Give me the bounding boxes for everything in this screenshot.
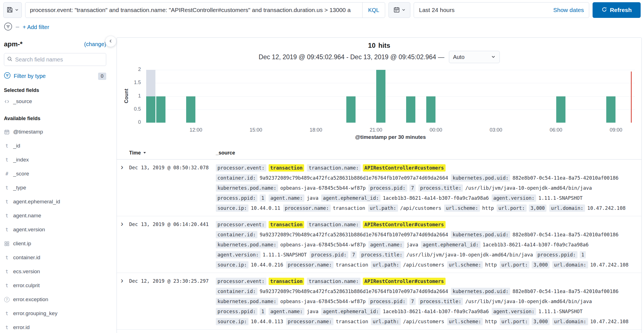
field-item-error.culprit[interactable]: terror.culprit xyxy=(4,279,106,292)
field-value: java xyxy=(307,309,318,314)
date-picker-button[interactable] xyxy=(389,2,410,18)
chevron-left-icon xyxy=(108,39,113,44)
collapse-sidebar-button[interactable] xyxy=(105,36,116,47)
expand-row-button[interactable]: › xyxy=(119,220,129,270)
filter-menu-icon[interactable] xyxy=(4,22,12,32)
histogram-bar[interactable] xyxy=(426,96,435,123)
field-pair: url.port:3,000 xyxy=(500,261,550,269)
string-icon: t xyxy=(4,199,10,204)
y-axis-tick-label: 0.5 xyxy=(124,106,141,112)
histogram-chart[interactable]: Count @timestamp per 30 minutes 00.511.5… xyxy=(117,64,641,146)
field-pair: agent.version:1.11.1-SNAPSHOT xyxy=(492,308,583,315)
table-body: ›Dec 13, 2019 @ 08:50:32.078processor.ev… xyxy=(117,160,641,330)
field-item-agent.version[interactable]: tagent.version xyxy=(4,223,106,237)
y-axis-tick-label: 2 xyxy=(124,66,141,72)
expand-row-button[interactable]: › xyxy=(119,163,129,213)
x-axis-tick-label: 12:00 xyxy=(185,127,207,133)
string-icon: t xyxy=(4,255,10,260)
field-item-_score[interactable]: #_score xyxy=(4,167,106,181)
field-pair: kubernetes.pod.name:opbeans-java-67845c5… xyxy=(216,241,366,249)
field-name: processor.event: xyxy=(216,221,266,228)
histogram-bar[interactable] xyxy=(146,96,155,123)
histogram-bar[interactable] xyxy=(376,70,385,123)
filter-bar: + Add filter xyxy=(4,22,49,32)
field-item-ecs.version[interactable]: tecs.version xyxy=(4,265,106,279)
query-text[interactable]: processor.event: "transaction" and trans… xyxy=(25,7,362,13)
field-name: processor.name: xyxy=(286,318,333,325)
column-header-time[interactable]: Time xyxy=(129,150,216,156)
chart-header: Dec 12, 2019 @ 09:45:02.964 - Dec 13, 20… xyxy=(117,51,641,63)
field-value: 10.44.0.113 xyxy=(251,319,283,324)
field-pair: process.ppid:1 xyxy=(216,194,266,202)
field-name: url.port: xyxy=(500,261,530,268)
field-pair: agent.name:java xyxy=(269,308,318,315)
filter-by-type-toggle[interactable]: Filter by type 0 xyxy=(4,72,106,80)
field-item-_id[interactable]: t_id xyxy=(4,139,106,153)
field-name: kubernetes.pod.name: xyxy=(216,184,278,192)
field-label: _id xyxy=(13,143,20,149)
field-item-agent.ephemeral_id[interactable]: tagent.ephemeral_id xyxy=(4,195,106,209)
field-item-_source[interactable]: _source xyxy=(4,94,106,108)
field-name: url.port: xyxy=(500,318,530,325)
field-name: process.pid: xyxy=(310,251,348,258)
field-pair: url.port:3,000 xyxy=(500,318,550,325)
field-value: transaction xyxy=(336,319,368,324)
gridline xyxy=(146,70,635,70)
field-name: agent.ephemeral_id: xyxy=(321,308,380,315)
x-axis-title: @timestamp per 30 minutes xyxy=(355,134,426,140)
field-value: opbeans-java-67845c5b44-wf87p xyxy=(280,185,366,191)
refresh-button[interactable]: Refresh xyxy=(593,2,641,18)
field-pair: kubernetes.pod.uid:882e8b07-0c54-11ea-8a… xyxy=(451,288,618,295)
field-name: kubernetes.pod.uid: xyxy=(451,174,510,182)
histogram-bar[interactable] xyxy=(406,96,415,123)
field-value: /api/customers xyxy=(403,319,444,324)
field-item-agent.name[interactable]: tagent.name xyxy=(4,209,106,223)
field-name: processor.event: xyxy=(216,164,266,172)
interval-select[interactable]: Auto xyxy=(449,51,500,63)
expand-row-button[interactable]: › xyxy=(119,276,129,327)
query-language-button[interactable]: KQL xyxy=(362,3,385,18)
string-icon: t xyxy=(4,185,10,191)
field-item-container.id[interactable]: tcontainer.id xyxy=(4,251,106,265)
histogram-bar[interactable] xyxy=(606,96,615,123)
field-value: http xyxy=(482,205,494,211)
field-search-input[interactable] xyxy=(15,56,103,63)
histogram-bar[interactable] xyxy=(156,96,165,123)
field-name: agent.name: xyxy=(269,194,304,202)
field-name: process.ppid: xyxy=(216,308,257,315)
field-value: 9a92372089c79b489ca472fca528631b886d1e76… xyxy=(260,175,448,181)
add-filter-link[interactable]: + Add filter xyxy=(23,24,49,30)
field-pair: url.scheme:http xyxy=(444,204,494,212)
field-item-error.exception[interactable]: ?error.exception xyxy=(4,292,106,306)
field-item-error.id[interactable]: terror.id xyxy=(4,320,106,333)
documents-table: Time _source ›Dec 13, 2019 @ 08:50:32.07… xyxy=(117,148,641,330)
histogram-bar[interactable] xyxy=(556,96,565,123)
show-dates-link[interactable]: Show dates xyxy=(553,7,584,13)
histogram-bar[interactable] xyxy=(346,96,356,123)
field-pair: source.ip:10.44.0.11 xyxy=(216,204,280,212)
field-value: 1 xyxy=(260,308,266,315)
field-item-_index[interactable]: t_index xyxy=(4,153,106,167)
field-value: 7 xyxy=(351,251,357,258)
field-value: /usr/lib/jvm/java-10-openjdk-amd64/bin/j… xyxy=(406,252,533,258)
field-item-error.grouping_key[interactable]: terror.grouping_key xyxy=(4,306,106,320)
query-input[interactable]: processor.event: "transaction" and trans… xyxy=(25,2,385,18)
field-value: APIRestController#customers xyxy=(363,164,446,172)
field-item-client.ip[interactable]: client.ip xyxy=(4,237,106,251)
field-value: java xyxy=(406,242,418,248)
field-item-_type[interactable]: t_type xyxy=(4,181,106,195)
field-item-@timestamp[interactable]: @timestamp xyxy=(4,125,106,139)
saved-query-button[interactable] xyxy=(3,2,22,18)
field-pair: kubernetes.pod.name:opbeans-java-67845c5… xyxy=(216,298,366,305)
field-pair: url.port:3,000 xyxy=(497,204,546,212)
time-range-value[interactable]: Last 24 hours xyxy=(419,7,454,13)
time-range-control[interactable]: Last 24 hours Show dates xyxy=(414,2,589,18)
field-label: agent.ephemeral_id xyxy=(13,199,60,205)
histogram-bar[interactable] xyxy=(186,96,195,123)
field-value: transaction xyxy=(269,278,304,285)
field-pair: container.id:9a92372089c79b489ca472fca52… xyxy=(216,231,448,239)
field-label: error.id xyxy=(13,324,30,330)
change-index-link[interactable]: (change) xyxy=(84,41,106,47)
field-pair: processor.event:transaction xyxy=(216,221,304,229)
field-name: source.ip: xyxy=(216,318,248,325)
